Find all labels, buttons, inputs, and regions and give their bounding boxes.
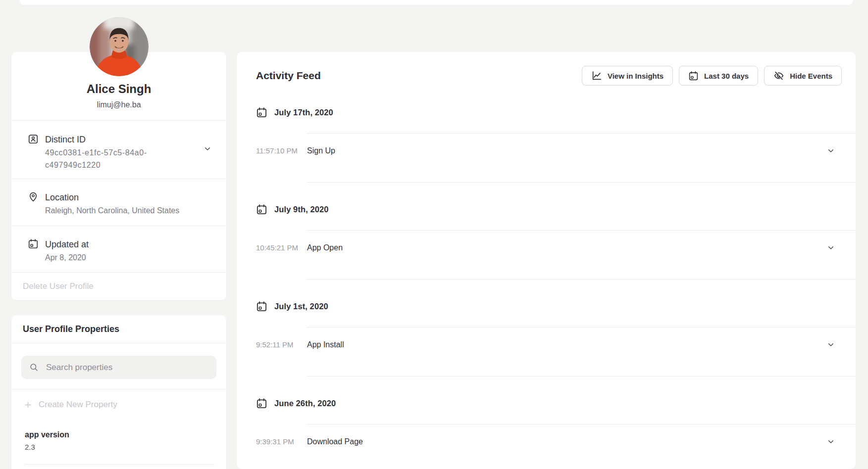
view-in-insights-button[interactable]: View in Insights [582,66,673,86]
property-value: 2.3 [25,441,214,453]
event-name: Sign Up [307,146,335,155]
distinct-id-value: 49cc0381-e1fc-57c5-84a0-c497949c1220 [45,146,170,171]
property-item: app version 2.3 [11,420,226,465]
distinct-id-section: Distinct ID 49cc0381-e1fc-57c5-84a0-c497… [11,120,226,179]
divider [307,376,856,376]
feed-date-header: July 9th, 2020 [237,203,856,216]
create-new-property-label: Create New Property [39,400,117,410]
event-row[interactable]: 10:45:21 PM App Open [237,231,856,265]
updated-at-label: Updated at [45,238,89,251]
activity-feed-list: July 17th, 2020 11:57:10 PM Sign Up July… [237,106,856,469]
updated-at-value: Apr 8, 2020 [45,251,89,264]
last-30-days-button[interactable]: Last 30 days [679,66,758,86]
profile-name: Alice Singh [87,82,152,96]
search-box[interactable] [21,356,216,379]
properties-title: User Profile Properties [11,315,226,343]
feed-date: July 17th, 2020 [274,108,333,117]
create-new-property-button[interactable]: Create New Property [24,400,117,410]
delete-row: Delete User Profile [11,272,226,300]
event-row[interactable]: 9:52:11 PM App Install [237,328,856,362]
hide-events-button[interactable]: Hide Events [764,66,842,86]
activity-feed-card: Activity Feed View in Insights Last 30 d… [237,52,856,469]
eye-off-icon [773,70,784,81]
activity-toolbar: View in Insights Last 30 days Hide Event… [582,66,842,86]
search-icon [29,363,39,372]
chevron-down-icon [827,438,835,446]
location-pin-icon [28,191,39,202]
location-section: Location Raleigh, North Carolina, United… [11,179,226,226]
chevron-down-icon [827,244,835,252]
feed-date-header: July 1st, 2020 [237,300,856,313]
location-value: Raleigh, North Carolina, United States [45,204,179,217]
calendar-icon [256,301,267,312]
activity-feed-title: Activity Feed [256,70,582,82]
user-profile-card: Alice Singh limuj@he.ba Distinct ID 49cc… [11,52,226,300]
property-name: app version [25,429,214,440]
event-time: 11:57:10 PM [256,146,307,155]
divider [307,279,856,280]
location-label: Location [45,191,179,204]
contact-card-icon [28,134,39,144]
event-time: 10:45:21 PM [256,243,307,252]
feed-date-header: June 26th, 2020 [237,397,856,410]
feed-date: June 26th, 2020 [274,399,336,408]
feed-date: July 1st, 2020 [274,302,328,311]
plus-icon [24,401,32,409]
divider [25,464,214,465]
event-expand-button[interactable] [827,244,835,252]
event-time: 9:39:31 PM [256,437,307,446]
feed-date: July 9th, 2020 [274,205,329,214]
updated-at-section: Updated at Apr 8, 2020 [11,226,226,272]
line-chart-icon [591,70,602,81]
chevron-down-icon [204,145,211,153]
calendar-icon [28,238,39,249]
feed-group: June 26th, 2020 9:39:31 PM Download Page [237,397,856,469]
event-row[interactable]: 11:57:10 PM Sign Up [237,134,856,168]
calendar-icon [256,398,267,409]
hide-events-label: Hide Events [790,72,832,80]
create-property-row: Create New Property [11,389,226,420]
event-name: Download Page [307,437,363,446]
profile-email: limuj@he.ba [97,100,141,109]
calendar-icon [256,204,267,215]
feed-group: July 17th, 2020 11:57:10 PM Sign Up [237,106,856,183]
last-30-days-label: Last 30 days [704,72,749,80]
distinct-id-label: Distinct ID [45,133,170,146]
distinct-id-expand-button[interactable] [204,145,211,153]
view-in-insights-label: View in Insights [608,72,664,80]
event-expand-button[interactable] [827,147,835,155]
feed-date-header: July 17th, 2020 [237,106,856,119]
activity-feed-header: Activity Feed View in Insights Last 30 d… [237,52,856,86]
chevron-down-icon [827,147,835,155]
event-time: 9:52:11 PM [256,340,307,349]
divider [307,182,856,183]
chevron-down-icon [827,341,835,349]
event-name: App Install [307,340,344,349]
user-profile-properties-card: User Profile Properties Create New Prope… [11,315,226,469]
calendar-icon [688,71,699,81]
feed-group: July 1st, 2020 9:52:11 PM App Install [237,300,856,376]
event-row[interactable]: 9:39:31 PM Download Page [237,424,856,459]
calendar-icon [256,107,267,118]
delete-user-profile-button[interactable]: Delete User Profile [23,281,94,291]
search-properties-input[interactable] [46,363,208,373]
scrolled-card-edge [19,0,853,5]
event-expand-button[interactable] [827,341,835,349]
feed-group: July 9th, 2020 10:45:21 PM App Open [237,203,856,280]
search-section [11,343,226,389]
event-name: App Open [307,243,343,252]
avatar [90,17,149,76]
event-expand-button[interactable] [827,438,835,446]
